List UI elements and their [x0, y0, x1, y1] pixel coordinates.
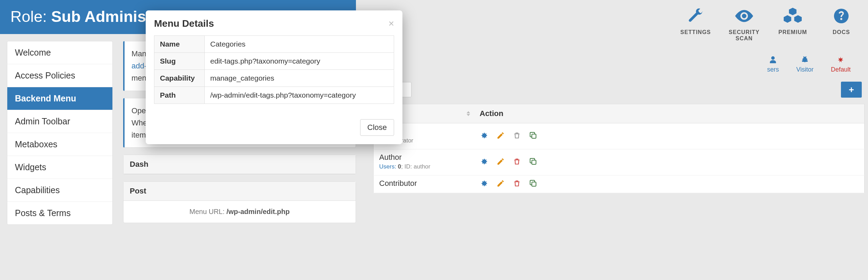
modal-title: Menu Details	[154, 18, 214, 29]
panel-title: Dash	[130, 160, 148, 168]
panel-posts[interactable]: Post Menu URL: /wp-admin/edit.php	[123, 181, 356, 223]
role-name: Author	[379, 153, 402, 162]
tool-label: PREMIUM	[778, 29, 807, 35]
edit-icon[interactable]	[496, 131, 505, 140]
sidebar-item-label: Posts & Terms	[15, 208, 71, 218]
clone-icon[interactable]	[529, 157, 537, 166]
trash-icon[interactable]	[513, 131, 521, 140]
cubes-icon	[784, 7, 802, 25]
settings-button[interactable]: SETTINGS	[676, 7, 715, 42]
sidebar-item-backend-menu[interactable]: Backend Menu	[7, 87, 112, 110]
sidebar: Welcome Access Policies Backend Menu Adm…	[7, 41, 113, 225]
eye-icon	[735, 7, 753, 25]
table-row[interactable]: Author Users: 0; ID: author	[374, 149, 865, 175]
tool-label: SECURITY SCAN	[725, 29, 763, 42]
top-toolbar: SETTINGS SECURITY SCAN PREMIUM DOCS	[373, 7, 865, 42]
clone-icon[interactable]	[529, 179, 537, 188]
visitor-icon	[801, 56, 808, 64]
tab-label: Visitor	[796, 66, 814, 73]
menu-url-label: Menu URL:	[189, 208, 227, 215]
tab-default[interactable]: Default	[831, 56, 851, 73]
question-icon	[833, 7, 849, 25]
sidebar-item-admin-toolbar[interactable]: Admin Toolbar	[7, 110, 112, 133]
trash-icon[interactable]	[513, 179, 521, 188]
col-action: Action	[474, 104, 865, 123]
users-count: 0	[398, 163, 401, 170]
panel-body: Menu URL: /wp-admin/edit.php	[124, 201, 356, 223]
sidebar-item-welcome[interactable]: Welcome	[7, 41, 112, 64]
table-row[interactable]: Contributor	[374, 175, 865, 193]
roles-table: Action ator administrator	[373, 104, 865, 193]
clone-icon[interactable]	[529, 131, 537, 140]
sidebar-item-label: Welcome	[15, 48, 51, 57]
sidebar-item-label: Metaboxes	[15, 139, 57, 149]
detail-label: Name	[154, 36, 205, 53]
security-scan-button[interactable]: SECURITY SCAN	[725, 7, 763, 42]
detail-label: Path	[154, 87, 205, 104]
sidebar-item-label: Backend Menu	[15, 93, 76, 103]
menu-url-value: /wp-admin/edit.php	[227, 208, 290, 215]
detail-value: /wp-admin/edit-tags.php?taxonomy=categor…	[205, 87, 394, 104]
detail-table: NameCategories Slugedit-tags.php?taxonom…	[154, 35, 394, 104]
id-value: author	[414, 163, 430, 170]
plus-icon: +	[849, 84, 854, 95]
detail-row: Slugedit-tags.php?taxonomy=category	[154, 53, 394, 70]
tab-label: sers	[767, 66, 779, 73]
table-row[interactable]: ator administrator	[374, 123, 865, 149]
sidebar-item-access-policies[interactable]: Access Policies	[7, 64, 112, 87]
manage-icon[interactable]	[480, 131, 488, 140]
sidebar-item-posts-terms[interactable]: Posts & Terms	[7, 202, 112, 224]
tab-visitor[interactable]: Visitor	[796, 56, 814, 73]
sort-icon	[467, 111, 470, 116]
close-icon[interactable]: ×	[389, 19, 394, 28]
sidebar-item-capabilities[interactable]: Capabilities	[7, 179, 112, 202]
tool-label: DOCS	[833, 29, 850, 35]
svg-rect-3	[532, 182, 536, 186]
close-label: Close	[367, 123, 387, 132]
sidebar-item-label: Capabilities	[15, 185, 60, 195]
users-label[interactable]: Users:	[379, 163, 396, 170]
menu-details-modal: Menu Details × NameCategories Slugedit-t…	[146, 10, 402, 144]
tool-label: SETTINGS	[680, 29, 711, 35]
detail-label: Capability	[154, 70, 205, 87]
wrench-icon	[688, 7, 704, 25]
sidebar-item-label: Widgets	[15, 162, 46, 172]
sidebar-item-metaboxes[interactable]: Metaboxes	[7, 133, 112, 156]
panel-dashboard[interactable]: Dash	[123, 155, 356, 174]
user-icon	[770, 56, 776, 64]
detail-label: Slug	[154, 53, 205, 70]
svg-rect-1	[532, 134, 536, 138]
svg-rect-2	[532, 160, 536, 164]
detail-row: NameCategories	[154, 36, 394, 53]
info-link[interactable]: add-	[131, 61, 147, 70]
role-name: Contributor	[379, 179, 417, 188]
manage-icon[interactable]	[480, 157, 488, 166]
trash-icon[interactable]	[513, 157, 521, 166]
sidebar-item-label: Admin Toolbar	[15, 116, 70, 126]
detail-value: manage_categories	[205, 70, 394, 87]
premium-button[interactable]: PREMIUM	[774, 7, 812, 42]
role-prefix: Role:	[10, 8, 51, 25]
add-role-button[interactable]: +	[841, 82, 862, 98]
docs-button[interactable]: DOCS	[822, 7, 860, 42]
tab-users[interactable]: sers	[767, 56, 779, 73]
panel-title: Post	[130, 187, 146, 195]
edit-icon[interactable]	[496, 157, 505, 166]
close-button[interactable]: Close	[360, 119, 394, 136]
sidebar-item-widgets[interactable]: Widgets	[7, 156, 112, 179]
detail-value: Categories	[205, 36, 394, 53]
manage-icon[interactable]	[480, 179, 488, 188]
id-label: ID:	[405, 163, 412, 170]
edit-icon[interactable]	[496, 179, 505, 188]
detail-row: Path/wp-admin/edit-tags.php?taxonomy=cat…	[154, 87, 394, 104]
tab-label: Default	[831, 66, 851, 73]
col-label: Action	[480, 109, 503, 118]
detail-value: edit-tags.php?taxonomy=category	[205, 53, 394, 70]
role-tabs: sers Visitor Default	[373, 42, 865, 73]
asterisk-icon	[837, 56, 844, 64]
sidebar-item-label: Access Policies	[15, 71, 75, 80]
detail-row: Capabilitymanage_categories	[154, 70, 394, 87]
